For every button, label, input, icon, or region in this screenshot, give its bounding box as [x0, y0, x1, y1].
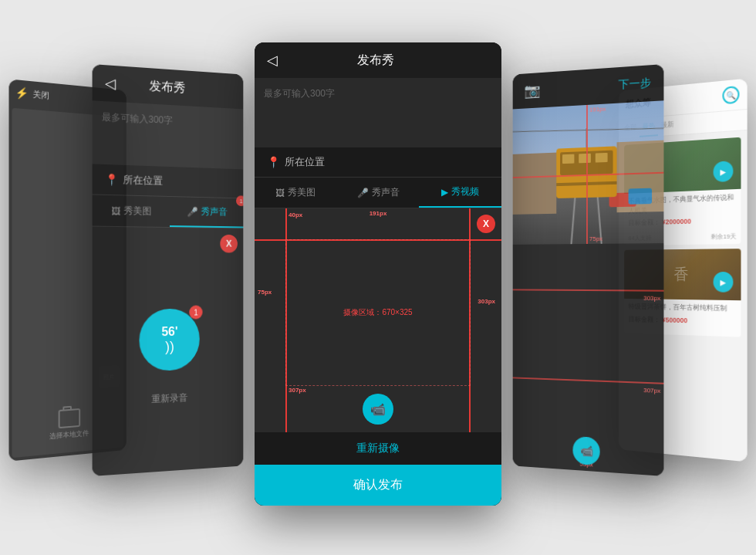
center-tab-row: 🖼 秀美图 🎤 秀声音 ▶ 秀视频 [255, 178, 501, 208]
play-icon-2: ▶ [720, 278, 726, 286]
svg-rect-2 [513, 153, 557, 215]
left-location-label: 所在位置 [123, 173, 163, 188]
svg-rect-8 [562, 154, 574, 164]
search-button[interactable]: 🔍 [722, 86, 739, 105]
right-video-icon: 📹 [580, 445, 593, 458]
center-placeholder: 最多可输入300字 [264, 88, 335, 99]
center-tab-sound[interactable]: 🎤 秀声音 [337, 178, 420, 208]
center-tab-image-label: 秀美图 [288, 186, 316, 199]
left-card: ◁ 发布秀 最多可输入300字 📍 所在位置 🖼 秀美图 🎤 [93, 64, 244, 476]
top-small-px: 40px [289, 212, 302, 218]
center-tab-video-label: 秀视频 [451, 185, 479, 198]
record-circle: 56' )) 1 [139, 308, 199, 371]
days-left: 剩余19天 [711, 232, 737, 242]
center-tab-video-icon: ▶ [441, 187, 448, 198]
video-cam-button[interactable]: 📹 [363, 394, 393, 425]
left-tab-sound-icon: 🎤 [187, 206, 197, 217]
right-video-cam-button[interactable]: 📹 [572, 436, 599, 465]
center-card: ◁ 发布秀 最多可输入300字 📍 所在位置 🖼 秀美图 🎤 [255, 42, 501, 506]
close-label: 关闭 [32, 88, 49, 101]
left-close-x[interactable]: X [220, 235, 238, 253]
capture-area-label: 摄像区域：670×325 [343, 307, 412, 318]
record-badge: 1 [189, 305, 202, 319]
folder-label: 选择本地文件 [49, 428, 89, 442]
svg-rect-5 [629, 188, 652, 205]
left-back-button[interactable]: ◁ [105, 74, 116, 92]
sound-wave-icon: )) [165, 338, 174, 354]
left-card-title: 发布秀 [149, 78, 185, 96]
left-small-px: 75px [258, 289, 272, 296]
left-text-area[interactable]: 最多可输入300字 [93, 100, 244, 169]
right-camera-icon: 📷 [525, 82, 541, 100]
record-time: 56' [161, 324, 177, 338]
right-lower-line1 [513, 289, 664, 291]
center-tab-image[interactable]: 🖼 秀美图 [255, 178, 337, 208]
location-icon-left: 📍 [105, 173, 118, 186]
top-px-label: 191px [370, 210, 387, 217]
right-next-button[interactable]: 下一步 [619, 76, 651, 93]
video-cam-icon: 📹 [370, 402, 386, 417]
left-tab-sound[interactable]: 🎤 秀声音 1 [170, 197, 243, 228]
left-placeholder: 最多可输入300字 [102, 111, 173, 126]
left-tab-row: 🖼 秀美图 🎤 秀声音 1 [93, 195, 244, 228]
confirm-button[interactable]: 确认发布 [255, 465, 501, 506]
local-file-button[interactable]: 选择本地文件 [43, 401, 95, 448]
center-tab-sound-icon: 🎤 [357, 188, 369, 198]
scene: ⚡ 关闭 选择本地文件 照片 [0, 0, 756, 555]
center-card-title: 发布秀 [357, 52, 394, 69]
svg-rect-9 [579, 154, 591, 164]
play-button-1[interactable]: ▶ [714, 161, 734, 182]
center-tab-sound-label: 秀声音 [372, 186, 400, 199]
center-card-header: ◁ 发布秀 [255, 42, 501, 78]
recapture-button[interactable]: 重新摄像 [255, 432, 501, 465]
left-tab-sound-label: 秀声音 [201, 205, 227, 218]
left-tab-badge: 1 [236, 195, 243, 206]
center-close-x[interactable]: X [477, 215, 495, 233]
tram-photo: 191px 75px [513, 100, 664, 245]
center-tab-image-icon: 🖼 [275, 188, 285, 198]
center-location-label: 所在位置 [285, 155, 325, 169]
center-tab-video[interactable]: ▶ 秀视频 [419, 178, 501, 208]
left-tab-image[interactable]: 🖼 秀美图 [93, 195, 170, 227]
right-px-label: 303px [478, 298, 495, 305]
play-icon-1: ▶ [720, 167, 726, 176]
capture-area-box: 摄像区域：670×325 [285, 239, 471, 386]
center-text-area[interactable]: 最多可输入300字 [255, 78, 501, 147]
right-lower-line2 [513, 377, 664, 384]
right-card: 📷 下一步 [513, 64, 664, 476]
flash-icon: ⚡ [15, 86, 29, 100]
right-lower-area: 303px 307px 53px 📹 [513, 243, 664, 476]
location-icon-center: 📍 [267, 156, 280, 168]
play-button-2[interactable]: ▶ [714, 272, 734, 293]
video-area: 191px 303px 470px 75px 40px 307px 摄像区域：6… [255, 208, 501, 432]
svg-rect-10 [596, 153, 608, 163]
search-icon: 🔍 [726, 90, 735, 100]
center-back-button[interactable]: ◁ [267, 52, 278, 69]
left-location-row[interactable]: 📍 所在位置 [93, 164, 244, 198]
bottom-small-px: 307px [289, 387, 306, 394]
re-record-label[interactable]: 重新录音 [151, 391, 187, 406]
left-tab-image-icon: 🖼 [111, 205, 120, 217]
left-tab-image-label: 秀美图 [123, 205, 151, 218]
center-location-row[interactable]: 📍 所在位置 [255, 147, 501, 178]
